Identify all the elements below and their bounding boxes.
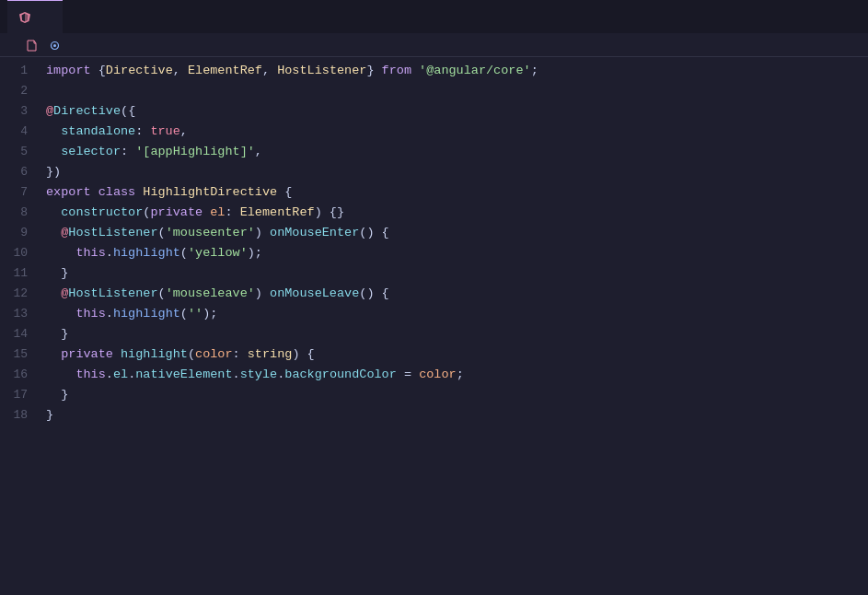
- line-number: 7: [0, 182, 46, 203]
- code-line: 1import {Directive, ElementRef, HostList…: [0, 61, 868, 81]
- code-line: 3@Directive({: [0, 101, 868, 122]
- code-line: 5 selector: '[appHighlight]',: [0, 142, 868, 162]
- token: onMouseLeave: [270, 286, 359, 300]
- token: }: [46, 388, 68, 402]
- active-tab[interactable]: [7, 0, 63, 33]
- token: ;: [531, 64, 538, 77]
- token: this: [75, 246, 105, 260]
- line-number: 16: [0, 365, 46, 385]
- token: private: [46, 347, 121, 361]
- code-line: 2: [0, 81, 868, 101]
- token: onMouseEnter: [270, 226, 359, 239]
- token: Directive: [53, 104, 121, 118]
- line-content: }): [46, 162, 868, 182]
- token: [411, 64, 419, 77]
- token: class: [98, 185, 144, 199]
- token: ,: [262, 64, 277, 77]
- code-line: 10 this.highlight('yellow');: [0, 243, 868, 263]
- svg-point-5: [53, 44, 56, 47]
- token: ;: [457, 368, 464, 381]
- angular-icon: [18, 11, 31, 24]
- token: ({: [121, 104, 135, 118]
- token: from: [382, 64, 411, 77]
- token: }): [46, 165, 61, 179]
- code-line: 13 this.highlight('');: [0, 304, 868, 324]
- token: HostListener: [68, 226, 157, 239]
- token: HostListener: [68, 286, 157, 300]
- token: );: [203, 307, 217, 321]
- token: @: [46, 104, 53, 118]
- token: (: [180, 307, 188, 321]
- token: :: [135, 124, 150, 138]
- token: private: [150, 205, 210, 219]
- line-content: import {Directive, ElementRef, HostListe…: [46, 61, 868, 81]
- token: @: [46, 286, 68, 300]
- line-content: }: [46, 405, 868, 426]
- line-number: 2: [0, 81, 46, 101]
- line-content: selector: '[appHighlight]',: [46, 142, 868, 162]
- editor-area: 1import {Directive, ElementRef, HostList…: [0, 57, 868, 595]
- line-number: 6: [0, 162, 46, 182]
- token: ) {}: [315, 205, 344, 219]
- line-content: export class HighlightDirective {: [46, 182, 868, 203]
- line-content: }: [46, 324, 868, 344]
- code-line: 11 }: [0, 263, 868, 284]
- line-content: @HostListener('mouseenter') onMouseEnter…: [46, 223, 868, 243]
- token: color: [419, 368, 457, 381]
- token: =: [397, 368, 419, 381]
- svg-marker-3: [28, 41, 36, 51]
- token: ): [255, 226, 270, 239]
- token: '': [188, 307, 203, 321]
- token: .: [106, 246, 113, 260]
- token: 'yellow': [188, 246, 248, 260]
- code-line: 8 constructor(private el: ElementRef) {}: [0, 203, 868, 223]
- token: '[appHighlight]': [135, 145, 255, 158]
- token: }: [366, 64, 381, 77]
- line-content: @HostListener('mouseleave') onMouseLeave…: [46, 284, 868, 304]
- token: [46, 368, 75, 381]
- token: (: [180, 246, 188, 260]
- line-number: 11: [0, 263, 46, 284]
- line-content: @Directive({: [46, 101, 868, 122]
- code-line: 14 }: [0, 324, 868, 344]
- token: () {: [359, 226, 388, 239]
- title-bar: [0, 0, 868, 33]
- line-number: 3: [0, 101, 46, 122]
- line-number: 14: [0, 324, 46, 344]
- code-line: 6}): [0, 162, 868, 182]
- token: style: [240, 368, 278, 381]
- token: Directive: [106, 64, 173, 77]
- token: ,: [173, 64, 188, 77]
- line-content: private highlight(color: string) {: [46, 344, 868, 365]
- token: @: [46, 226, 68, 239]
- token: nativeElement: [135, 368, 232, 381]
- breadcrumb-file-icon: [26, 40, 38, 52]
- code-line: 4 standalone: true,: [0, 122, 868, 142]
- line-number: 8: [0, 203, 46, 223]
- token: (: [158, 286, 166, 300]
- token: .: [233, 368, 240, 381]
- token: [46, 307, 75, 321]
- token: string: [248, 347, 293, 361]
- token: ElementRef: [188, 64, 262, 77]
- line-number: 17: [0, 385, 46, 405]
- line-number: 13: [0, 304, 46, 324]
- line-content: this.highlight('');: [46, 304, 868, 324]
- line-number: 15: [0, 344, 46, 365]
- token: }: [46, 327, 68, 341]
- token: :: [233, 347, 248, 361]
- token: export: [46, 185, 98, 199]
- token: :: [121, 145, 135, 158]
- token: 'mouseleave': [166, 286, 255, 300]
- breadcrumb-class-icon: [49, 40, 61, 52]
- token: standalone: [46, 124, 135, 138]
- line-content: this.highlight('yellow');: [46, 243, 868, 263]
- token: {: [98, 64, 106, 77]
- line-number: 5: [0, 142, 46, 162]
- token: el: [210, 205, 225, 219]
- line-content: standalone: true,: [46, 122, 868, 142]
- line-number: 12: [0, 284, 46, 304]
- token: 'mouseenter': [166, 226, 255, 239]
- code-line: 12 @HostListener('mouseleave') onMouseLe…: [0, 284, 868, 304]
- token: this: [75, 368, 105, 381]
